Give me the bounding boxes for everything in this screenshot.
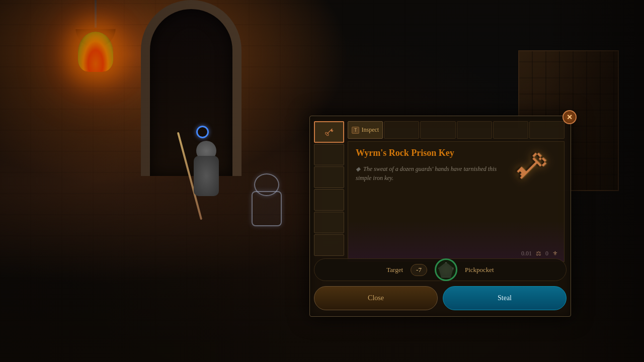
inventory-slot-5[interactable] xyxy=(314,234,344,256)
tab-inspect[interactable]: T Inspect xyxy=(348,121,383,139)
item-weight: 0.01 xyxy=(521,250,532,257)
inventory-slot-4[interactable] xyxy=(314,212,344,233)
inventory-slot-1[interactable] xyxy=(314,144,344,165)
close-icon: ✕ xyxy=(567,113,573,122)
pickpocket-label: Pickpocket xyxy=(465,266,494,274)
close-button[interactable]: ✕ xyxy=(562,110,577,124)
armored-character xyxy=(186,141,226,221)
tab-slot-4[interactable] xyxy=(493,121,528,139)
tab-slot-3[interactable] xyxy=(457,121,492,139)
skeleton-body xyxy=(252,191,282,226)
key-icon: 🗝 xyxy=(321,124,337,139)
steal-button[interactable]: Steal xyxy=(443,286,567,310)
item-name: Wyrm's Rock Prison Key xyxy=(356,148,499,158)
target-label: Target xyxy=(386,266,403,274)
tab-slot-2[interactable] xyxy=(420,121,455,139)
tab-bar: T Inspect xyxy=(348,121,565,139)
inventory-slot-0[interactable]: 🗝 xyxy=(314,121,344,143)
tab-inspect-label: Inspect xyxy=(361,126,379,134)
desc-bullet-icon: ◆ xyxy=(356,165,360,172)
character-area xyxy=(171,141,297,292)
inventory-slot-3[interactable] xyxy=(314,189,344,211)
torch-chain xyxy=(95,0,97,30)
torch-fire xyxy=(78,32,113,72)
tab-slot-1[interactable] xyxy=(384,121,419,139)
close-dialog-button[interactable]: Close xyxy=(314,286,438,310)
item-gold-amount: 0 xyxy=(545,250,548,257)
steal-button-label: Steal xyxy=(498,294,512,302)
tab-shortcut-badge: T xyxy=(352,127,359,134)
target-value: -7 xyxy=(411,264,427,276)
pickpocket-action-bar: Target -7 Pickpocket xyxy=(314,258,567,281)
character-body xyxy=(194,156,219,196)
tab-slot-5[interactable] xyxy=(529,121,565,139)
pickpocket-dialog: ✕ 🗝 T Inspect 🗝 Wyrm's Rock Prison Key xyxy=(309,116,571,317)
item-key-image: 🗝 xyxy=(505,140,558,194)
torch xyxy=(65,0,126,111)
item-description: ◆The sweat of a dozen guards' hands have… xyxy=(356,164,499,183)
item-detail-panel: 🗝 Wyrm's Rock Prison Key ◆The sweat of a… xyxy=(348,141,565,262)
close-button-label: Close xyxy=(368,294,384,302)
inventory-grid: 🗝 xyxy=(314,121,344,256)
selection-ring xyxy=(196,126,209,138)
item-stats-bar: 0.01 ⚖ 0 ⚜ xyxy=(521,250,558,257)
dice-d20-icon[interactable] xyxy=(435,258,457,281)
torch-bowl xyxy=(75,28,116,48)
dice-inner-shape xyxy=(438,262,453,278)
weight-icon: ⚖ xyxy=(536,250,541,257)
dialog-bottom-buttons: Close Steal xyxy=(314,286,567,310)
item-image: 🗝 xyxy=(501,137,561,197)
item-desc-text: The sweat of a dozen guards' hands have … xyxy=(356,165,497,182)
gold-icon: ⚜ xyxy=(552,250,558,257)
inventory-slot-2[interactable] xyxy=(314,166,344,188)
skeleton-character xyxy=(242,171,292,246)
